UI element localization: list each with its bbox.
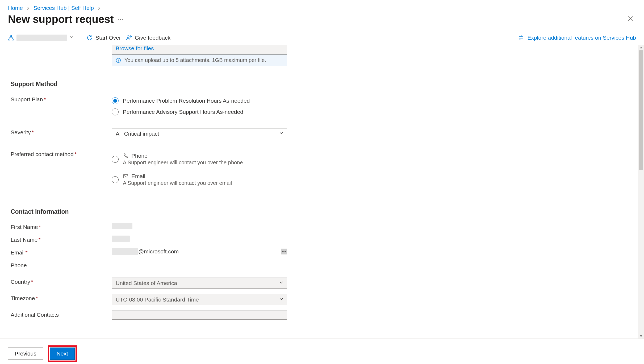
give-feedback-button[interactable]: Give feedback <box>126 35 170 41</box>
email-prefix-redacted <box>112 248 138 255</box>
chevron-down-icon <box>279 281 283 286</box>
scroll-up-arrow[interactable]: ▲ <box>638 45 644 49</box>
chevron-down-icon <box>279 297 283 302</box>
timezone-select[interactable]: UTC-08:00 Pacific Standard Time <box>112 294 287 305</box>
upload-info-text: You can upload up to 5 attachments. 1GB … <box>124 57 266 63</box>
scroll-down-arrow[interactable]: ▼ <box>638 334 644 338</box>
footer: Previous Next <box>0 343 644 364</box>
radio-icon <box>112 97 119 104</box>
label-phone: Phone <box>11 261 112 269</box>
last-name-value-redacted <box>112 236 130 242</box>
country-select[interactable]: United States of America <box>112 278 287 289</box>
phone-icon <box>123 153 129 159</box>
svg-rect-1 <box>9 39 10 40</box>
separator <box>80 34 80 42</box>
chevron-right-icon <box>98 5 101 11</box>
chevron-down-icon <box>279 131 283 136</box>
label-last-name: Last Name* <box>11 236 112 243</box>
email-icon <box>123 173 129 179</box>
explore-label: Explore additional features on Services … <box>527 35 636 41</box>
subscription-selector[interactable] <box>8 35 73 41</box>
radio-icon <box>112 156 119 163</box>
email-suffix: @microsoft.com <box>138 248 179 255</box>
toolbar: Start Over Give feedback Explore additio… <box>0 31 644 45</box>
label-additional-contacts: Additional Contacts <box>11 311 112 318</box>
page-title: New support request <box>8 13 114 25</box>
radio-support-plan-1[interactable]: Performance Problem Resolution Hours As-… <box>112 95 287 106</box>
section-contact-info: Contact Information <box>11 208 633 215</box>
give-feedback-label: Give feedback <box>135 35 170 41</box>
label-timezone: Timezone* <box>11 294 112 302</box>
highlight-frame: Next <box>48 345 77 362</box>
radio-contact-email-desc: A Support engineer will contact you over… <box>123 180 232 186</box>
radio-contact-email-label: Email <box>131 173 145 179</box>
scrollbar-thumb[interactable] <box>639 50 643 170</box>
severity-value: A - Critical impact <box>116 131 159 137</box>
browse-files-link[interactable]: Browse for files <box>116 45 154 51</box>
radio-icon <box>112 108 119 115</box>
more-actions-button[interactable]: ··· <box>118 16 124 22</box>
close-button[interactable] <box>628 15 636 23</box>
next-button[interactable]: Next <box>50 348 75 360</box>
radio-contact-phone-label: Phone <box>131 153 148 159</box>
feedback-icon <box>126 35 132 41</box>
severity-select[interactable]: A - Critical impact <box>112 128 287 139</box>
breadcrumb-home[interactable]: Home <box>8 5 23 11</box>
svg-rect-7 <box>124 175 128 178</box>
radio-support-plan-2-label: Performance Advisory Support Hours As-ne… <box>123 109 243 115</box>
previous-button[interactable]: Previous <box>8 348 43 360</box>
chevron-right-icon <box>27 5 30 11</box>
email-more-button[interactable]: ••• <box>281 249 287 254</box>
radio-icon <box>112 176 119 183</box>
vertical-scrollbar[interactable]: ▲ ▼ <box>638 45 644 338</box>
info-icon <box>115 57 121 63</box>
radio-contact-email[interactable]: Email A Support engineer will contact yo… <box>112 170 287 191</box>
label-email: Email* <box>11 248 112 256</box>
timezone-value: UTC-08:00 Pacific Standard Time <box>116 296 199 303</box>
chevron-down-icon <box>70 35 73 40</box>
label-support-plan: Support Plan* <box>11 95 112 103</box>
start-over-label: Start Over <box>95 35 121 41</box>
refresh-icon <box>86 35 93 41</box>
start-over-button[interactable]: Start Over <box>86 35 121 41</box>
svg-point-6 <box>118 59 119 59</box>
hierarchy-icon <box>8 35 14 41</box>
radio-support-plan-2[interactable]: Performance Advisory Support Hours As-ne… <box>112 106 287 118</box>
first-name-value-redacted <box>112 223 132 229</box>
label-country: Country* <box>11 278 112 285</box>
subscription-name-redacted <box>16 35 67 41</box>
swap-icon <box>518 35 524 41</box>
svg-rect-2 <box>12 39 13 40</box>
svg-rect-0 <box>10 35 12 36</box>
label-preferred-contact: Preferred contact method* <box>11 150 112 157</box>
additional-contacts-input[interactable] <box>112 311 287 320</box>
label-first-name: First Name* <box>11 223 112 230</box>
section-support-method: Support Method <box>11 81 633 88</box>
radio-contact-phone[interactable]: Phone A Support engineer will contact yo… <box>112 150 287 170</box>
svg-point-3 <box>127 36 129 38</box>
file-upload-dropzone[interactable]: Browse for files <box>112 45 287 55</box>
label-severity: Severity* <box>11 128 112 136</box>
explore-services-hub-link[interactable]: Explore additional features on Services … <box>518 35 636 41</box>
phone-input[interactable] <box>112 261 287 272</box>
upload-info: You can upload up to 5 attachments. 1GB … <box>112 55 287 66</box>
radio-contact-phone-desc: A Support engineer will contact you over… <box>123 160 243 166</box>
country-value: United States of America <box>116 280 177 286</box>
breadcrumb-services-hub[interactable]: Services Hub | Self Help <box>34 5 94 11</box>
radio-support-plan-1-label: Performance Problem Resolution Hours As-… <box>123 98 250 104</box>
breadcrumb: Home Services Hub | Self Help <box>0 0 644 13</box>
